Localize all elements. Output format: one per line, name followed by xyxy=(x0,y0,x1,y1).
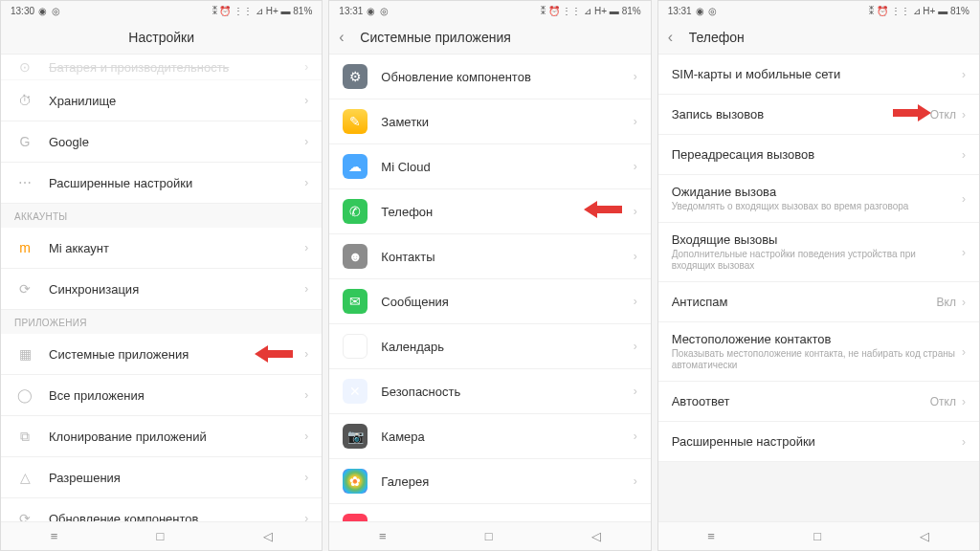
row-antispam[interactable]: Антиспам Вкл › xyxy=(658,282,979,322)
nav-back[interactable]: ◁ xyxy=(920,529,929,543)
back-button[interactable]: ‹ xyxy=(339,29,344,46)
chevron-right-icon: › xyxy=(304,512,308,521)
row-contacts[interactable]: ☻ Контакты › xyxy=(329,234,650,279)
chevron-right-icon: › xyxy=(634,70,637,83)
back-button[interactable]: ‹ xyxy=(668,29,673,46)
page-title: Телефон xyxy=(689,30,745,45)
section-apps: ПРИЛОЖЕНИЯ xyxy=(1,310,322,334)
nav-menu[interactable]: ≡ xyxy=(707,529,715,543)
page-title: Системные приложения xyxy=(360,30,511,45)
messages-icon: ✉ xyxy=(343,289,368,314)
nav-home[interactable]: □ xyxy=(813,529,821,543)
chevron-right-icon: › xyxy=(962,246,966,259)
nav-menu[interactable]: ≡ xyxy=(379,529,387,543)
nav-bar: ≡ □ ◁ xyxy=(329,521,650,550)
row-location[interactable]: Местоположение контактов Показывать мест… xyxy=(658,322,979,382)
status-apps: ◉ ◎ xyxy=(696,6,719,16)
row-call-recording[interactable]: Запись вызовов Откл › xyxy=(658,95,979,135)
nav-menu[interactable]: ≡ xyxy=(51,529,58,543)
row-autoanswer[interactable]: Автоответ Откл › xyxy=(658,382,979,422)
row-battery[interactable]: ⊙ Батарея и производительность › xyxy=(1,55,322,80)
lock-icon: △ xyxy=(14,467,35,488)
row-advanced[interactable]: ⋯ Расширенные настройки › xyxy=(1,163,322,204)
row-incoming[interactable]: Входящие вызовы Дополнительные настройки… xyxy=(658,223,979,282)
row-notes[interactable]: ✎ Заметки › xyxy=(329,99,650,144)
storage-icon: ⏱ xyxy=(14,90,35,111)
status-apps: ◉ ◎ xyxy=(367,6,390,16)
row-phone[interactable]: ✆ Телефон › xyxy=(329,189,650,234)
row-mi-account[interactable]: m Mi аккаунт › xyxy=(1,228,322,269)
row-updates[interactable]: ⟳ Обновление компонентов › xyxy=(1,498,322,521)
chevron-right-icon: › xyxy=(634,385,637,398)
row-all-apps[interactable]: ◯ Все приложения › xyxy=(1,375,322,416)
chevron-right-icon: › xyxy=(634,205,637,218)
row-advanced[interactable]: Расширенные настройки › xyxy=(658,422,979,462)
chevron-right-icon: › xyxy=(634,115,637,128)
status-time: 13:31 xyxy=(339,6,363,16)
row-google[interactable]: G Google › xyxy=(1,121,322,163)
nav-back[interactable]: ◁ xyxy=(263,529,273,543)
chevron-right-icon: › xyxy=(962,435,966,449)
chevron-right-icon: › xyxy=(962,148,966,162)
section-accounts: АККАУНТЫ xyxy=(1,204,322,228)
chevron-right-icon: › xyxy=(962,345,966,359)
row-storage[interactable]: ⏱ Хранилище › xyxy=(1,80,322,121)
circle-icon: ◯ xyxy=(14,385,35,406)
status-apps: ◉ ◎ xyxy=(38,6,61,16)
chevron-right-icon: › xyxy=(634,250,637,263)
settings-list[interactable]: ⊙ Батарея и производительность › ⏱ Храни… xyxy=(1,55,322,521)
nav-home[interactable]: □ xyxy=(485,529,493,543)
system-apps-list[interactable]: ⚙ Обновление компонентов › ✎ Заметки › ☁… xyxy=(329,55,650,521)
row-micloud[interactable]: ☁ Mi Cloud › xyxy=(329,144,650,189)
row-gallery[interactable]: ✿ Галерея › xyxy=(329,459,650,504)
camera-icon: 📷 xyxy=(343,424,368,449)
dots-icon: ⋯ xyxy=(14,172,35,193)
status-bar: 13:30 ◉ ◎ ⁑ ⏰ ⋮⋮ ⊿ H+ ▬ 81% xyxy=(1,1,322,20)
chevron-right-icon: › xyxy=(304,241,308,254)
status-right: ⁑ ⏰ ⋮⋮ ⊿ H+ ▬ 81% xyxy=(541,6,641,16)
row-messages[interactable]: ✉ Сообщения › xyxy=(329,279,650,324)
chevron-right-icon: › xyxy=(304,60,308,74)
row-camera[interactable]: 📷 Камера › xyxy=(329,414,650,459)
gallery-icon: ✿ xyxy=(343,469,368,494)
grid-icon: ▦ xyxy=(14,343,35,364)
row-updates[interactable]: ⚙ Обновление компонентов › xyxy=(329,55,650,99)
contacts-icon: ☻ xyxy=(343,244,368,269)
calendar-icon: 10 xyxy=(343,334,368,359)
row-permissions[interactable]: △ Разрешения › xyxy=(1,457,322,498)
chevron-right-icon: › xyxy=(962,192,966,206)
status-right: ⁑ ⏰ ⋮⋮ ⊿ H+ ▬ 81% xyxy=(869,6,969,16)
clone-icon: ⧉ xyxy=(14,426,35,447)
chevron-right-icon: › xyxy=(634,474,637,488)
row-music[interactable]: ♪ Музыка › xyxy=(329,504,650,521)
row-sync[interactable]: ⟳ Синхронизация › xyxy=(1,269,322,310)
row-security[interactable]: ✕ Безопасность › xyxy=(329,369,650,414)
row-forwarding[interactable]: Переадресация вызовов › xyxy=(658,135,979,175)
notes-icon: ✎ xyxy=(343,109,368,134)
nav-home[interactable]: □ xyxy=(157,529,165,543)
row-calendar[interactable]: 10 Календарь › xyxy=(329,324,650,369)
battery-icon: ⊙ xyxy=(14,56,35,77)
phone-settings-list[interactable]: SIM-карты и мобильные сети › Запись вызо… xyxy=(658,55,979,521)
row-system-apps[interactable]: ▦ Системные приложения › xyxy=(1,334,322,375)
nav-back[interactable]: ◁ xyxy=(591,529,601,543)
settings-screen: 13:30 ◉ ◎ ⁑ ⏰ ⋮⋮ ⊿ H+ ▬ 81% Настройки ⊙ … xyxy=(0,0,323,551)
chevron-right-icon: › xyxy=(304,282,308,296)
header: ‹ Телефон xyxy=(658,20,979,55)
status-bar: 13:31 ◉ ◎ ⁑ ⏰ ⋮⋮ ⊿ H+ ▬ 81% xyxy=(658,1,979,20)
row-sim[interactable]: SIM-карты и мобильные сети › xyxy=(658,55,979,95)
chevron-right-icon: › xyxy=(634,430,637,443)
chevron-right-icon: › xyxy=(634,519,637,521)
chevron-right-icon: › xyxy=(304,430,308,443)
row-clone-apps[interactable]: ⧉ Клонирование приложений › xyxy=(1,416,322,457)
security-icon: ✕ xyxy=(343,379,368,404)
chevron-right-icon: › xyxy=(304,94,308,107)
update-icon: ⟳ xyxy=(14,508,35,521)
chevron-right-icon: › xyxy=(962,395,966,408)
header: Настройки xyxy=(1,20,322,55)
row-call-waiting[interactable]: Ожидание вызова Уведомлять о входящих вы… xyxy=(658,175,979,223)
phone-icon: ✆ xyxy=(343,199,368,224)
sync-icon: ⟳ xyxy=(14,278,35,299)
cloud-icon: ☁ xyxy=(343,154,368,179)
status-time: 13:30 xyxy=(11,6,34,16)
